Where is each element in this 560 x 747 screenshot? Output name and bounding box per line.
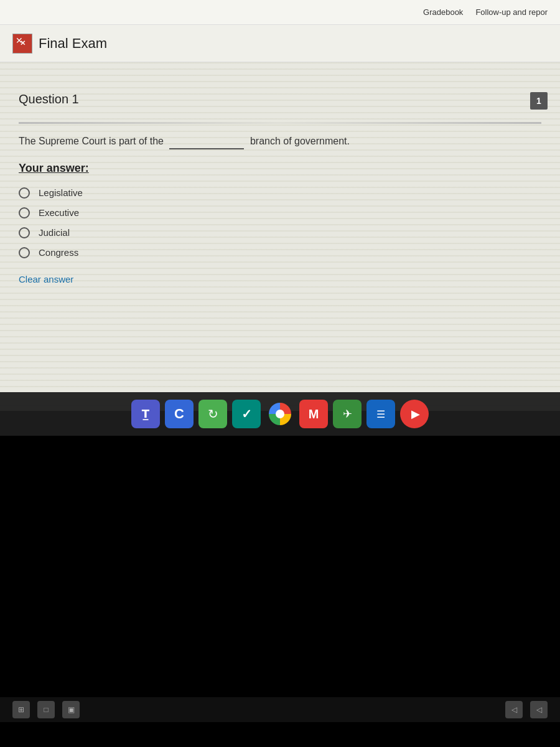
radio-legislative[interactable] xyxy=(19,187,30,199)
option-judicial[interactable]: Judicial xyxy=(19,227,541,238)
question-separator xyxy=(19,122,541,124)
files-icon[interactable]: ↻ xyxy=(198,400,227,428)
question-area: 1 Question 1 The Supreme Court is part o… xyxy=(0,73,560,298)
header-bar: ✕ Final Exam xyxy=(0,25,560,62)
teams-icon[interactable]: T̲ xyxy=(131,400,160,428)
play-icon[interactable]: ▶ xyxy=(400,400,429,428)
sys-icon-1-symbol: ⊞ xyxy=(18,705,24,714)
question-heading: Question 1 xyxy=(19,92,541,106)
your-answer-label: Your answer: xyxy=(19,162,541,175)
google-chrome-icon[interactable] xyxy=(266,400,294,428)
meet-icon[interactable]: ✓ xyxy=(232,400,261,428)
sheets-icon[interactable]: ✈ xyxy=(333,400,362,428)
option-legislative[interactable]: Legislative xyxy=(19,187,541,199)
sys-icon-1[interactable]: ⊞ xyxy=(12,701,30,718)
option-label-legislative: Legislative xyxy=(39,187,83,198)
main-content: Gradebook Follow-up and repor ✕ Final Ex… xyxy=(0,0,560,411)
sys-icon-4-symbol: ◁ xyxy=(511,705,517,714)
option-executive[interactable]: Executive xyxy=(19,207,541,218)
play-icon-symbol: ▶ xyxy=(411,407,420,421)
meet-icon-label: ✓ xyxy=(241,406,252,421)
question-text: The Supreme Court is part of the branch … xyxy=(19,133,541,149)
question-text-before: The Supreme Court is part of the xyxy=(19,136,164,146)
radio-congress[interactable] xyxy=(19,247,30,258)
sys-icon-3[interactable]: ▣ xyxy=(62,701,80,718)
files-icon-symbol: ↻ xyxy=(208,406,218,421)
sys-icon-4[interactable]: ◁ xyxy=(505,701,523,718)
question-number-badge: 1 xyxy=(530,92,548,110)
docs-icon-symbol: ☰ xyxy=(376,408,385,420)
sys-right: ◁ ◁ xyxy=(505,701,548,718)
option-congress[interactable]: Congress xyxy=(19,247,541,258)
sys-icon-3-symbol: ▣ xyxy=(68,705,75,714)
options-list: Legislative Executive Judicial Congress xyxy=(19,187,541,258)
teams-icon-label: T̲ xyxy=(142,407,149,421)
option-label-executive: Executive xyxy=(39,207,79,218)
gmail-icon[interactable]: M xyxy=(299,400,328,428)
exam-icon: ✕ xyxy=(12,34,32,54)
followup-link[interactable]: Follow-up and repor xyxy=(475,7,548,17)
sys-icon-2[interactable]: □ xyxy=(37,701,55,718)
radio-judicial[interactable] xyxy=(19,227,30,238)
top-nav-links: Gradebook Follow-up and repor xyxy=(423,7,548,17)
taskbar: T̲ C ↻ ✓ M ✈ ☰ ▶ xyxy=(0,392,560,436)
system-bar: ⊞ □ ▣ ◁ ◁ xyxy=(0,697,560,722)
option-label-congress: Congress xyxy=(39,247,78,258)
sys-icon-5[interactable]: ◁ xyxy=(530,701,548,718)
docs-icon[interactable]: ☰ xyxy=(366,400,395,428)
sys-icon-5-symbol: ◁ xyxy=(536,705,542,714)
chrome-circle xyxy=(269,403,291,425)
option-label-judicial: Judicial xyxy=(39,227,70,238)
top-nav: Gradebook Follow-up and repor xyxy=(0,0,560,25)
radio-executive[interactable] xyxy=(19,207,30,218)
gmail-m-label: M xyxy=(309,407,319,421)
c-icon-label: C xyxy=(174,406,184,422)
chrome-c-icon[interactable]: C xyxy=(165,400,194,428)
sheets-icon-symbol: ✈ xyxy=(343,407,352,421)
question-text-after: branch of government. xyxy=(250,136,350,146)
spacer-top xyxy=(0,62,560,73)
exam-icon-text: ✕ xyxy=(20,39,26,47)
sys-left: ⊞ □ ▣ xyxy=(12,701,80,718)
gradebook-link[interactable]: Gradebook xyxy=(423,7,463,17)
blank-line xyxy=(169,148,244,149)
clear-answer-link[interactable]: Clear answer xyxy=(19,274,73,284)
exam-title: Final Exam xyxy=(39,35,107,52)
sys-icon-2-symbol: □ xyxy=(44,705,48,714)
